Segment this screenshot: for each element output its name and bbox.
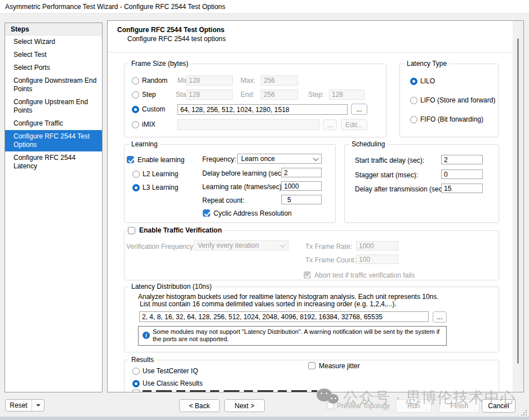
start-input [186,90,233,100]
enable-learning-label: Enable learning [137,156,184,164]
stagger-start-input[interactable] [441,169,483,179]
page-title: Configure RFC 2544 Test Options [117,26,224,34]
repeat-count-input[interactable] [281,195,322,204]
delay-after-transmission-label: Delay after transmission (sec): [355,185,446,193]
window-title: Asymmetric Performance Test Wizard - Con… [5,3,225,11]
window-bottom-edge [0,417,529,420]
resize-grip-icon[interactable] [521,409,527,417]
sidebar-item-configure-downstream-end-points[interactable]: Configure Downstream End Points [5,74,102,96]
clipped-option-text [143,390,317,392]
chevron-down-icon [280,242,286,248]
latency-distribution-browse-button[interactable]: ... [433,311,447,323]
latency-type-group-label: Latency Type [404,60,449,68]
step-radio[interactable] [132,91,139,99]
imix-input [177,119,319,130]
latency-distribution-group: Latency Distribution (10ns) Analyzer his… [124,287,499,352]
fifo-radio[interactable] [410,116,417,123]
sidebar-item-configure-traffic[interactable]: Configure Traffic [5,117,102,130]
reset-button[interactable]: Reset [6,400,32,411]
measure-jitter-label: Measure jitter [319,362,360,370]
learning-group: Learning Enable learning L2 Learning L3 … [124,144,336,223]
latency-distribution-group-label: Latency Distribution (10ns) [129,283,214,291]
l3-learning-label: L3 Learning [143,184,178,191]
header-separator [108,52,523,53]
custom-browse-button[interactable]: ... [351,104,367,115]
frequency-value: Learn once [241,155,275,163]
wizard-window: { "window": { "title": "Asymmetric Perfo… [0,0,529,420]
frequency-select[interactable]: Learn once [237,154,322,164]
start-traffic-delay-input[interactable] [441,155,483,164]
steps-header: Steps [5,23,102,35]
enable-learning-checkbox[interactable] [127,156,134,163]
info-icon [143,332,150,339]
cyclic-address-resolution-checkbox[interactable] [203,209,210,217]
min-input [186,75,233,86]
use-classic-results-radio[interactable] [132,380,140,387]
frequency-label: Frequency: [202,155,236,163]
l2-learning-label: L2 Learning [143,170,178,178]
lifo-label: LIFO (Store and forward) [420,96,495,104]
use-testcenter-iq-radio[interactable] [132,368,140,375]
custom-radio[interactable] [132,106,139,113]
latency-distribution-input[interactable] [139,311,429,322]
frame-size-group: Frame Size (bytes) Random Min: Max: Step… [124,64,386,137]
lilo-radio[interactable] [410,78,417,85]
results-group-label: Results [129,356,156,364]
fifo-label: FIFO (Bit forwarding) [420,115,483,123]
frame-size-group-label: Frame Size (bytes) [129,60,190,68]
chevron-down-icon [313,155,319,161]
enable-traffic-verification-checkbox[interactable] [128,227,135,234]
step-size-input [329,90,364,100]
stagger-start-label: Stagger start (msec): [355,171,418,179]
delay-before-learning-input[interactable] [281,168,322,177]
sidebar-item-select-ports[interactable]: Select Ports [5,61,102,74]
repeat-count-label: Repeat count: [202,196,245,204]
custom-frame-sizes-input[interactable] [177,104,348,115]
use-testcenter-iq-label: Use TestCenter IQ [143,367,198,375]
verification-frequency-label: Verification Frequency: [126,243,195,251]
back-button[interactable]: < Back [179,399,220,412]
steps-sidebar: Steps Select Wizard Select Test Select P… [5,23,103,392]
clipped-option-checkbox [132,390,140,392]
title-bar: Asymmetric Performance Test Wizard - Con… [0,0,529,14]
custom-label: Custom [142,105,165,113]
imix-radio[interactable] [132,121,139,128]
abort-on-verification-fail-label: Abort test if traffic verification fails [314,271,415,279]
learning-rate-label: Learning rate (frames/sec): [202,183,283,191]
imix-label: iMIX [142,120,155,128]
next-button[interactable]: Next > [224,399,265,412]
reset-dropdown-arrow[interactable] [32,400,44,411]
latency-distribution-desc-2: List must contain 16 comma delimited val… [140,300,397,308]
lifo-radio[interactable] [410,97,417,104]
measure-jitter-checkbox[interactable] [308,362,315,369]
sidebar-item-select-test[interactable]: Select Test [5,48,102,61]
traffic-verification-group: Enable Traffic Verification Verification… [124,230,499,280]
page-subtitle: Configure RFC 2544 test options [127,35,226,43]
random-radio[interactable] [132,77,139,84]
delay-after-transmission-input[interactable] [441,184,483,193]
l2-learning-radio[interactable] [132,171,140,178]
scrollbar-thumb[interactable] [517,38,519,364]
reset-split-button[interactable]: Reset [5,399,45,412]
max-label: Max: [241,77,255,84]
end-input [261,90,298,100]
tx-frame-rate-input [356,241,398,251]
l3-learning-radio[interactable] [132,184,140,191]
sidebar-item-select-wizard[interactable]: Select Wizard [5,35,102,48]
scheduling-group-label: Scheduling [349,140,387,148]
sidebar-item-configure-rfc2544-latency[interactable]: Configure RFC 2544 Latency [5,151,102,173]
learning-rate-input[interactable] [281,181,322,191]
verification-frequency-select: Verify every iteration [194,240,288,251]
main-panel: Configure RFC 2544 Test Options Configur… [107,20,524,392]
start-traffic-delay-label: Start traffic delay (sec): [355,157,424,164]
learning-group-label: Learning [129,140,160,148]
imix-browse-button: ... [323,119,337,130]
tx-frame-count-label: Tx Frame Count: [305,256,356,264]
scheduling-group: Scheduling Start traffic delay (sec): St… [344,144,499,223]
latency-distribution-desc-1: Analyzer histogram buckets used for real… [138,293,439,301]
verification-frequency-value: Verify every iteration [198,242,259,249]
delay-before-learning-label: Delay before learning (sec): [202,169,285,177]
cyclic-address-resolution-label: Cyclic Address Resolution [214,209,292,217]
sidebar-item-configure-upstream-end-points[interactable]: Configure Upstream End Points [5,96,102,117]
sidebar-item-configure-rfc2544-test-options[interactable]: Configure RFC 2544 Test Options [5,130,102,151]
